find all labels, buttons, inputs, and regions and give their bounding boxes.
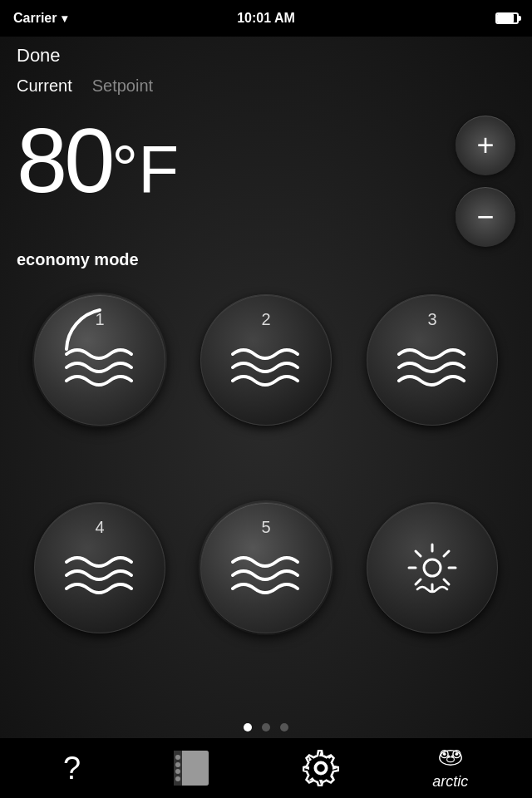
temp-number: 80	[17, 109, 111, 211]
temperature-value: 80°F	[17, 107, 179, 213]
dot-1	[244, 723, 252, 732]
temp-unit: °F	[111, 132, 179, 206]
svg-point-14	[443, 752, 446, 756]
notebook-icon	[174, 751, 209, 786]
sun-icon	[402, 538, 462, 598]
increase-button[interactable]: +	[456, 116, 515, 175]
jet-button-1[interactable]: 1	[34, 294, 165, 426]
dot-2	[262, 723, 270, 732]
jet-grid: 1 2 3	[0, 286, 532, 710]
svg-point-10	[316, 763, 326, 773]
jet-label-4: 4	[95, 518, 104, 537]
pagination-dots	[0, 710, 532, 738]
main-content: Done Current Setpoint 80°F + − economy m…	[0, 37, 532, 798]
header: Done	[0, 37, 532, 73]
arctic-logo-button[interactable]: arctic	[432, 746, 469, 791]
jet-label-3: 3	[427, 310, 436, 329]
jet-label-2: 2	[261, 310, 270, 329]
svg-line-7	[444, 551, 449, 556]
status-time: 10:01 AM	[237, 11, 295, 26]
economy-mode-label: economy mode	[0, 250, 532, 286]
tab-setpoint[interactable]: Setpoint	[92, 76, 153, 99]
jet-waves-5	[229, 550, 303, 598]
temperature-display: 80°F + −	[0, 99, 532, 250]
wifi-icon: ▾	[62, 12, 67, 25]
dot-3	[280, 723, 288, 732]
svg-point-0	[424, 559, 441, 576]
jet-button-2[interactable]: 2	[200, 294, 332, 426]
arctic-label: arctic	[432, 773, 468, 791]
svg-point-18	[451, 755, 454, 757]
help-button[interactable]: ?	[63, 751, 81, 786]
battery-icon	[495, 12, 519, 24]
status-carrier: Carrier ▾	[13, 11, 67, 26]
svg-point-15	[455, 752, 458, 756]
minus-icon: −	[476, 200, 494, 234]
mode-tabs: Current Setpoint	[0, 73, 532, 99]
svg-line-6	[444, 579, 449, 584]
svg-point-17	[447, 755, 450, 757]
temperature-controls: + −	[456, 107, 515, 247]
jet-button-5[interactable]: 5	[200, 502, 332, 633]
plus-icon: +	[476, 128, 494, 163]
bottom-toolbar: ?	[0, 738, 532, 798]
carrier-text: Carrier	[13, 11, 57, 26]
jet-button-4[interactable]: 4	[34, 502, 165, 633]
svg-point-16	[446, 756, 454, 761]
jet-waves-4	[62, 550, 137, 598]
jet-button-3[interactable]: 3	[367, 294, 498, 426]
status-right	[495, 12, 519, 24]
help-icon: ?	[63, 751, 81, 786]
jet-label-5: 5	[261, 518, 270, 537]
light-button[interactable]	[367, 502, 498, 633]
jet-waves-2	[229, 342, 303, 391]
svg-line-8	[416, 579, 421, 584]
jet-waves-3	[395, 342, 470, 391]
arctic-animal-icon	[432, 746, 469, 771]
gear-icon	[303, 750, 339, 786]
settings-button[interactable]	[303, 750, 339, 786]
status-bar: Carrier ▾ 10:01 AM	[0, 0, 532, 37]
jet-label-1: 1	[95, 310, 104, 329]
notebook-button[interactable]	[174, 751, 209, 786]
tab-current[interactable]: Current	[17, 76, 72, 99]
done-button[interactable]: Done	[17, 45, 61, 66]
decrease-button[interactable]: −	[456, 187, 515, 247]
svg-line-5	[416, 551, 421, 556]
